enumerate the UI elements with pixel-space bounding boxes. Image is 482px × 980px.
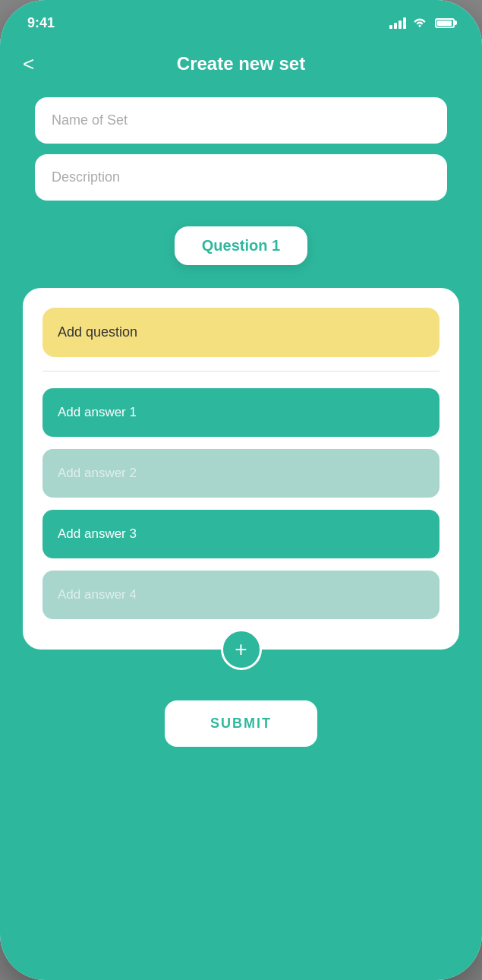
add-question-circle-button[interactable]: + [221,629,262,670]
status-time: 9:41 [27,15,55,31]
answer-4-button[interactable]: Add answer 4 [43,571,439,619]
main-section: Question 1 Add question Add answer 1 Add… [0,249,482,980]
bottom-section: + SUBMIT [0,650,482,785]
answer-1-button[interactable]: Add answer 1 [43,388,439,437]
status-bar: 9:41 [0,0,482,41]
question-badge-label: Question 1 [202,237,280,254]
question-badge-container: Question 1 [0,226,482,265]
header: < Create new set [0,41,482,97]
question-badge: Question 1 [175,226,307,265]
question-card: Add question Add answer 1 Add answer 2 A… [23,288,459,650]
page-title: Create new set [177,53,305,74]
wifi-icon [412,15,427,30]
answer-2-button[interactable]: Add answer 2 [43,449,439,498]
divider [43,371,439,371]
signal-bars-icon [389,17,406,29]
battery-icon [435,18,455,28]
add-question-field[interactable]: Add question [43,308,439,357]
status-icons [389,15,455,30]
description-input[interactable] [35,154,447,201]
submit-button[interactable]: SUBMIT [165,700,317,747]
answer-3-button[interactable]: Add answer 3 [43,510,439,558]
set-name-input[interactable] [35,97,447,144]
back-button[interactable]: < [23,54,34,74]
add-question-text: Add question [58,324,137,340]
